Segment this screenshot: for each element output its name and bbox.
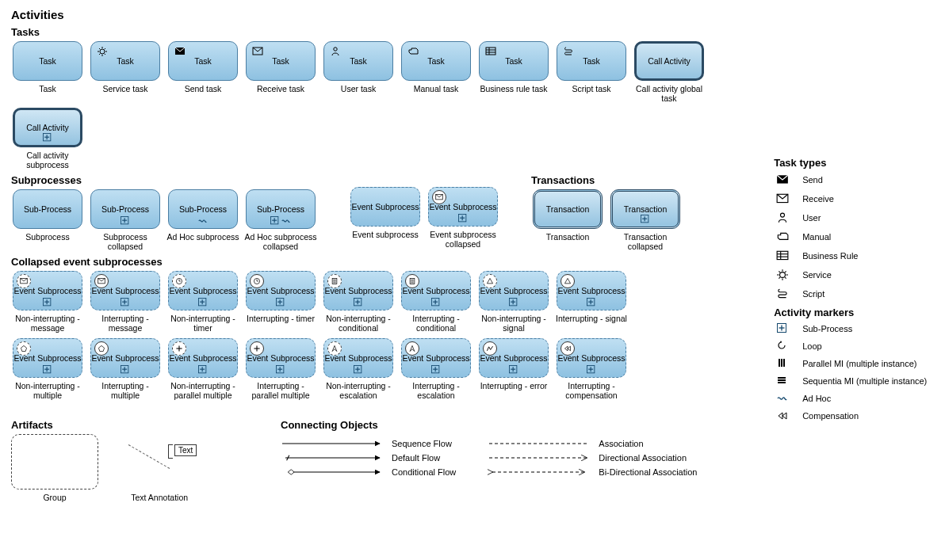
legend-row: Script bbox=[774, 288, 934, 300]
legend-row: Ad Hoc bbox=[774, 393, 934, 404]
activity-label: Task bbox=[583, 56, 600, 66]
legend-label: Service bbox=[802, 270, 832, 280]
section-subprocesses: Subprocesses bbox=[11, 174, 317, 186]
activity-cell: Event Subprocess Interrupting - signal bbox=[555, 271, 628, 333]
activity-cell: Task User task bbox=[322, 41, 395, 103]
activity-label: Task bbox=[505, 56, 522, 66]
legend-row: Send bbox=[774, 173, 934, 186]
activity-cell: Sub-Process Ad Hoc subprocess bbox=[166, 189, 239, 251]
section-artifacts: Artifacts bbox=[11, 419, 249, 431]
page-title: Activities bbox=[11, 8, 753, 21]
activity-shape: Event Subprocess bbox=[168, 338, 238, 378]
activity-caption: Interrupting - error bbox=[480, 381, 548, 400]
sub-marker bbox=[198, 365, 208, 375]
activity-caption: Ad Hoc subprocess bbox=[166, 232, 239, 251]
connector-label: Sequence Flow bbox=[392, 439, 452, 448]
activity-label: Task bbox=[117, 56, 134, 66]
activity-cell: Event Subprocess Non-interrupting - esca… bbox=[322, 338, 395, 400]
activity-caption: Interrupting - message bbox=[89, 314, 162, 333]
activity-caption: Subprocess bbox=[25, 232, 69, 251]
activity-cell: Event Subprocess Interrupting - timer bbox=[244, 271, 317, 333]
section-collapsed: Collapsed event subprocesses bbox=[11, 256, 753, 268]
connector-bassoc: Bi-Directional Association bbox=[488, 467, 697, 477]
activity-cell: Event Subprocess Interrupting - multiple bbox=[89, 338, 162, 400]
legend-label: Compensation bbox=[802, 411, 859, 421]
artifact-anno-caption: Text Annotation bbox=[122, 493, 197, 512]
activity-label: Transaction bbox=[624, 204, 667, 214]
activity-cell: Task Send task bbox=[166, 41, 239, 103]
activity-caption: Interrupting - compensation bbox=[555, 381, 628, 400]
activity-caption: Transaction collapsed bbox=[609, 232, 682, 251]
legend: Task types SendReceiveUserManualBusiness… bbox=[774, 8, 934, 512]
activity-caption: Interrupting - conditional bbox=[400, 314, 472, 333]
activity-shape: Transaction bbox=[533, 189, 603, 229]
legend-row: Business Rule bbox=[774, 250, 934, 262]
artifact-group bbox=[11, 434, 98, 490]
connector-dassoc: Directional Association bbox=[488, 453, 697, 463]
transactions-row: Transaction Transaction Transaction Tran… bbox=[531, 189, 682, 251]
legend-row: User bbox=[774, 211, 934, 224]
activity-shape: Event Subprocess bbox=[13, 338, 82, 378]
connector-label: Bi-Directional Association bbox=[599, 467, 697, 477]
activity-shape: Task bbox=[479, 41, 549, 81]
activity-caption: Receive task bbox=[257, 84, 304, 103]
legend-label: Sequentia MI (multiple instance) bbox=[802, 376, 927, 386]
legend-label: Send bbox=[802, 175, 823, 185]
pmult-event-icon bbox=[250, 341, 264, 356]
activity-cell: Event Subprocess Interrupting - escalati… bbox=[400, 338, 472, 400]
comp-event-icon bbox=[560, 341, 575, 356]
activity-label: Task bbox=[194, 56, 212, 66]
activity-shape: Event Subprocess bbox=[350, 187, 420, 227]
sub-marker bbox=[354, 365, 363, 375]
legend-label: Loop bbox=[802, 341, 821, 351]
sub-marker bbox=[276, 298, 285, 307]
artifact-annotation: Text bbox=[122, 444, 197, 469]
connector-label: Association bbox=[599, 439, 643, 448]
legend-tasktypes-heading: Task types bbox=[774, 157, 934, 169]
activity-cell: Call Activity Call activity subprocess bbox=[11, 108, 84, 170]
activity-label: Event Subprocess bbox=[351, 202, 419, 211]
connector-label: Conditional Flow bbox=[392, 467, 456, 477]
sub-marker bbox=[587, 365, 596, 375]
activity-caption: Service task bbox=[102, 84, 147, 103]
activity-cell: Event Subprocess Interrupting - parallel… bbox=[244, 338, 317, 400]
activity-shape: Task bbox=[557, 41, 626, 81]
activity-cell: Event Subprocess Non-interrupting - mess… bbox=[11, 271, 84, 333]
activity-cell: Event Subprocess Non-interrupting - cond… bbox=[322, 271, 395, 333]
esc-event-icon bbox=[327, 341, 342, 356]
activity-shape: Task bbox=[401, 41, 471, 81]
activity-cell: Event Subprocess Non-interrupting - para… bbox=[166, 338, 239, 400]
activity-cell: Task Script task bbox=[555, 41, 628, 103]
activity-cell: Event Subprocess Non-interrupting - time… bbox=[166, 271, 239, 333]
legend-label: Parallel MI (multiple instance) bbox=[802, 359, 916, 368]
activity-cell: Task Task bbox=[11, 41, 84, 103]
activity-caption: Interrupting - multiple bbox=[89, 381, 162, 400]
script-icon bbox=[562, 45, 575, 58]
activity-shape: Event Subprocess bbox=[479, 271, 549, 310]
activity-shape: Event Subprocess bbox=[168, 271, 238, 310]
send-icon bbox=[774, 173, 791, 186]
activity-label: Sub-Process bbox=[101, 204, 149, 214]
activity-cell: Task Receive task bbox=[244, 41, 317, 103]
activity-caption: Non-interrupting - escalation bbox=[322, 381, 395, 400]
user-icon bbox=[774, 211, 791, 224]
activity-shape: Event Subprocess bbox=[246, 338, 316, 378]
activity-shape: Task bbox=[90, 41, 160, 81]
legend-row: Sub-Process bbox=[774, 323, 934, 334]
activity-shape: Sub-Process bbox=[246, 189, 316, 229]
activity-label: Sub-Process bbox=[179, 204, 227, 214]
section-connecting: Connecting Objects bbox=[281, 419, 697, 431]
mult-event-icon bbox=[94, 341, 109, 356]
connector-assoc: Association bbox=[488, 439, 697, 448]
pmult-event-icon bbox=[172, 341, 186, 356]
activity-cell: Event Subprocess Interrupting - conditio… bbox=[400, 271, 472, 333]
activity-caption: Non-interrupting - parallel multiple bbox=[166, 381, 239, 400]
activity-caption: Non-interrupting - conditional bbox=[322, 314, 395, 333]
activity-cell: Call Activity Call activity global task bbox=[633, 41, 706, 103]
activity-cell: Task Service task bbox=[89, 41, 162, 103]
legend-row: Receive bbox=[774, 192, 934, 205]
activity-caption: Call activity subprocess bbox=[11, 150, 84, 170]
sub-marker bbox=[587, 298, 596, 307]
sub-marker bbox=[509, 298, 518, 307]
sub-marker bbox=[276, 365, 285, 375]
